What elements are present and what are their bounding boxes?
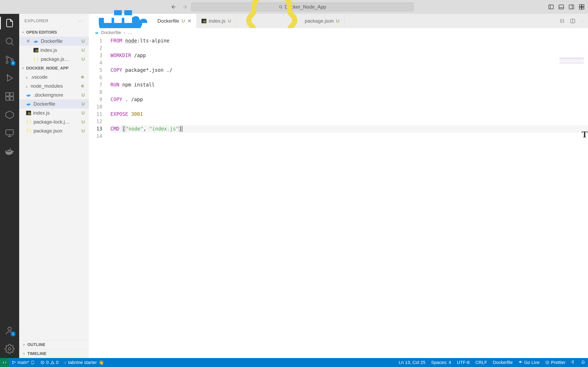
minimap[interactable] xyxy=(559,58,584,72)
activity-explorer[interactable] xyxy=(4,18,15,28)
nav-forward-button[interactable] xyxy=(182,4,188,10)
breadcrumb[interactable]: Dockerfile … xyxy=(89,28,588,37)
chevron-right-icon xyxy=(22,343,26,347)
broadcast-icon xyxy=(518,360,522,365)
layout-customize-icon[interactable] xyxy=(579,4,585,10)
code-line[interactable]: FROM node:lts-alpine xyxy=(111,37,588,44)
code-line[interactable]: COPY . /app xyxy=(111,96,588,103)
code-line[interactable]: COPY package*.json ./ xyxy=(111,67,588,74)
scm-badge: U xyxy=(81,101,85,107)
svg-rect-16 xyxy=(10,97,13,100)
problems-indicator[interactable]: 0 0 xyxy=(38,358,61,367)
line-gutter: 1234567891011121314 xyxy=(89,37,108,358)
tab-modified: U xyxy=(336,18,339,24)
feedback-button[interactable] xyxy=(568,360,578,364)
compare-changes-icon[interactable] xyxy=(559,18,565,24)
open-editor-item[interactable]: JSindex.jsU xyxy=(19,46,89,55)
code-line[interactable] xyxy=(111,103,588,110)
activity-run-debug[interactable] xyxy=(4,73,15,83)
nav-back-button[interactable] xyxy=(171,4,177,10)
remote-indicator[interactable] xyxy=(0,358,9,367)
json-icon xyxy=(26,128,31,133)
activity-search[interactable] xyxy=(4,36,15,47)
svg-point-19 xyxy=(8,327,11,331)
code-line[interactable] xyxy=(111,74,588,81)
layout-sidebar-right-icon[interactable] xyxy=(568,4,575,10)
scm-badge: 8 xyxy=(11,61,16,66)
svg-point-10 xyxy=(6,61,8,63)
outline-section[interactable]: OUTLINE xyxy=(19,340,89,349)
cursor-position[interactable]: Ln 13, Col 25 xyxy=(396,360,428,365)
layout-panel-icon[interactable] xyxy=(558,4,564,10)
sync-icon[interactable] xyxy=(31,360,35,365)
activity-settings[interactable] xyxy=(4,344,15,354)
editor-tab[interactable]: package.jsonU xyxy=(236,14,345,28)
file-label: Dockerfile xyxy=(41,38,79,44)
code-line[interactable]: CMD ["node", "index.js"] xyxy=(111,125,588,133)
svg-point-23 xyxy=(12,363,13,364)
tab-label: package.json xyxy=(305,18,334,24)
command-center[interactable]: Docker_Node_App xyxy=(191,2,414,11)
svg-rect-7 xyxy=(582,7,584,9)
tab-more-icon[interactable]: ··· xyxy=(580,20,584,23)
editor-tab[interactable]: JSindex.jsU xyxy=(197,14,236,28)
file-item[interactable]: .dockerignoreU xyxy=(19,91,89,100)
file-label: index.js xyxy=(33,110,79,116)
svg-rect-5 xyxy=(582,5,584,7)
branch-indicator[interactable]: main* xyxy=(9,358,38,367)
code-content[interactable]: FROM node:lts-alpineWORKDIR /appCOPY pac… xyxy=(108,37,588,358)
code-line[interactable] xyxy=(111,44,588,52)
activity-remote-explorer[interactable] xyxy=(4,128,15,138)
file-item[interactable]: JSindex.jsU xyxy=(19,108,89,117)
editor-tab[interactable]: DockerfileU✕ xyxy=(89,14,197,28)
code-editor[interactable]: 1234567891011121314 FROM node:lts-alpine… xyxy=(89,37,588,358)
code-line[interactable] xyxy=(111,59,588,67)
activity-docker[interactable] xyxy=(4,146,15,157)
activity-remote[interactable] xyxy=(4,110,15,120)
notifications-button[interactable] xyxy=(578,360,588,364)
svg-rect-4 xyxy=(579,5,581,7)
tabnine-indicator[interactable]: ○ tabnine starter 👋 xyxy=(61,358,107,367)
activity-bar: 8 1 xyxy=(0,14,19,358)
folder-label: .vscode xyxy=(31,74,79,80)
language-indicator[interactable]: Dockerfile xyxy=(490,360,516,365)
activity-source-control[interactable]: 8 xyxy=(4,55,15,65)
code-line[interactable] xyxy=(111,89,588,96)
encoding-indicator[interactable]: UTF-8 xyxy=(454,360,472,365)
breadcrumb-more: … xyxy=(128,30,132,35)
svg-point-11 xyxy=(11,59,13,61)
activity-extensions[interactable] xyxy=(4,91,15,101)
code-line[interactable] xyxy=(111,133,588,140)
open-editor-item[interactable]: package.js…U xyxy=(19,55,89,64)
eol-indicator[interactable]: CRLF xyxy=(472,360,490,365)
open-editor-item[interactable]: ✕DockerfileU xyxy=(19,37,89,46)
file-item[interactable]: package.jsonU xyxy=(19,126,89,135)
split-editor-icon[interactable] xyxy=(570,18,576,24)
chevron-down-icon xyxy=(21,30,25,34)
indent-indicator[interactable]: Spaces: 4 xyxy=(428,360,454,365)
code-line[interactable] xyxy=(111,118,588,125)
sidebar-more-icon[interactable]: ··· xyxy=(79,18,84,23)
docker-icon xyxy=(26,101,31,107)
svg-rect-13 xyxy=(6,92,9,96)
folder-item[interactable]: node_modules xyxy=(19,82,89,91)
close-icon[interactable]: ✕ xyxy=(26,38,31,44)
code-line[interactable]: EXPOSE 3001 xyxy=(111,110,588,118)
svg-rect-1 xyxy=(549,5,553,9)
file-item[interactable]: package-lock.j…U xyxy=(19,117,89,126)
activity-accounts[interactable]: 1 xyxy=(4,325,15,336)
chevron-right-icon xyxy=(25,84,29,88)
code-line[interactable]: WORKDIR /app xyxy=(111,52,588,59)
prettier-indicator[interactable]: Prettier xyxy=(543,360,568,365)
code-line[interactable]: RUN npm install xyxy=(111,81,588,89)
tab-modified: U xyxy=(182,18,185,24)
svg-point-20 xyxy=(8,348,11,350)
go-live-button[interactable]: Go Live xyxy=(516,360,543,365)
open-editors-header[interactable]: OPEN EDITORS xyxy=(19,28,89,37)
close-icon[interactable]: ✕ xyxy=(187,18,191,24)
project-header[interactable]: DOCKER_NODE_APP xyxy=(19,64,89,73)
timeline-section[interactable]: TIMELINE xyxy=(19,349,89,358)
layout-sidebar-left-icon[interactable] xyxy=(548,4,554,10)
folder-item[interactable]: .vscode xyxy=(19,73,89,82)
file-item[interactable]: DockerfileU xyxy=(19,100,89,108)
